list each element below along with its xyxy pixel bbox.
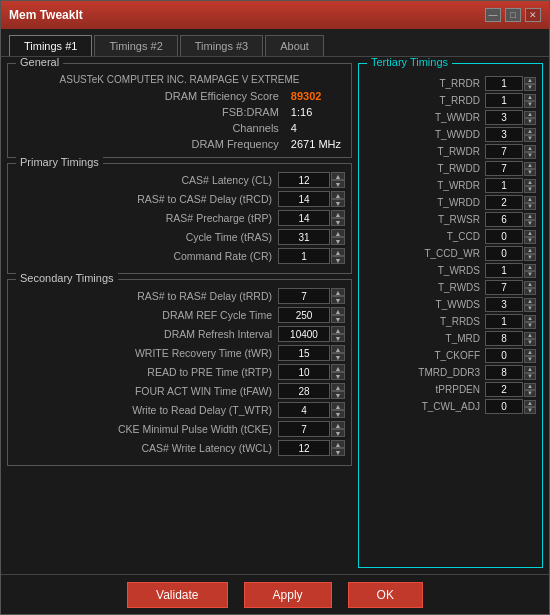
ckoff-input[interactable]: [485, 348, 523, 363]
tmrd-down[interactable]: ▼: [524, 373, 536, 380]
wwdd-down[interactable]: ▼: [524, 135, 536, 142]
tcke-up[interactable]: ▲: [331, 421, 345, 429]
wrdd-input[interactable]: [485, 195, 523, 210]
rrds-up[interactable]: ▲: [524, 315, 536, 322]
rrdd-down[interactable]: ▼: [524, 101, 536, 108]
rrdd-up[interactable]: ▲: [524, 94, 536, 101]
tmrd-up[interactable]: ▲: [524, 366, 536, 373]
rrdr-down[interactable]: ▼: [524, 84, 536, 91]
tfaw-down[interactable]: ▼: [331, 391, 345, 399]
wwds-input[interactable]: [485, 297, 523, 312]
rwds-down[interactable]: ▼: [524, 288, 536, 295]
tras-down[interactable]: ▼: [331, 237, 345, 245]
rrdd-input[interactable]: [485, 93, 523, 108]
ckoff-down[interactable]: ▼: [524, 356, 536, 363]
wrds-input[interactable]: [485, 263, 523, 278]
wrdd-down[interactable]: ▼: [524, 203, 536, 210]
rwsr-up[interactable]: ▲: [524, 213, 536, 220]
apply-button[interactable]: Apply: [244, 582, 332, 608]
rwdr-down[interactable]: ▼: [524, 152, 536, 159]
rrds-down[interactable]: ▼: [524, 322, 536, 329]
wwdr-up[interactable]: ▲: [524, 111, 536, 118]
rwds-input[interactable]: [485, 280, 523, 295]
wwdr-down[interactable]: ▼: [524, 118, 536, 125]
cl-down[interactable]: ▼: [331, 180, 345, 188]
ckoff-up[interactable]: ▲: [524, 349, 536, 356]
twtr-input[interactable]: [278, 402, 330, 418]
ref-input[interactable]: [278, 307, 330, 323]
rrds-input[interactable]: [485, 314, 523, 329]
refint-input[interactable]: [278, 326, 330, 342]
tcke-input[interactable]: [278, 421, 330, 437]
ccdwr-input[interactable]: [485, 246, 523, 261]
tab-timings3[interactable]: Timings #3: [180, 35, 263, 56]
wwdr-input[interactable]: [485, 110, 523, 125]
twcl-up[interactable]: ▲: [331, 440, 345, 448]
validate-button[interactable]: Validate: [127, 582, 227, 608]
wrds-up[interactable]: ▲: [524, 264, 536, 271]
ccd-up[interactable]: ▲: [524, 230, 536, 237]
trp-down[interactable]: ▼: [331, 218, 345, 226]
close-button[interactable]: ✕: [525, 8, 541, 22]
tras-up[interactable]: ▲: [331, 229, 345, 237]
wrdr-input[interactable]: [485, 178, 523, 193]
mrd-down[interactable]: ▼: [524, 339, 536, 346]
cl-input[interactable]: [278, 172, 330, 188]
ccdwr-down[interactable]: ▼: [524, 254, 536, 261]
wwds-down[interactable]: ▼: [524, 305, 536, 312]
rrdr-input[interactable]: [485, 76, 523, 91]
ccd-down[interactable]: ▼: [524, 237, 536, 244]
twr-up[interactable]: ▲: [331, 345, 345, 353]
twr-down[interactable]: ▼: [331, 353, 345, 361]
ref-down[interactable]: ▼: [331, 315, 345, 323]
wwdd-input[interactable]: [485, 127, 523, 142]
mrd-up[interactable]: ▲: [524, 332, 536, 339]
prpden-down[interactable]: ▼: [524, 390, 536, 397]
tfaw-input[interactable]: [278, 383, 330, 399]
wrdr-down[interactable]: ▼: [524, 186, 536, 193]
rwdd-down[interactable]: ▼: [524, 169, 536, 176]
refint-down[interactable]: ▼: [331, 334, 345, 342]
trrd-down[interactable]: ▼: [331, 296, 345, 304]
trtp-down[interactable]: ▼: [331, 372, 345, 380]
tab-timings2[interactable]: Timings #2: [94, 35, 177, 56]
trtp-up[interactable]: ▲: [331, 364, 345, 372]
rwsr-input[interactable]: [485, 212, 523, 227]
cr-input[interactable]: [278, 248, 330, 264]
tmrd-input[interactable]: [485, 365, 523, 380]
tab-about[interactable]: About: [265, 35, 324, 56]
cl-up[interactable]: ▲: [331, 172, 345, 180]
tras-input[interactable]: [278, 229, 330, 245]
twcl-input[interactable]: [278, 440, 330, 456]
rwdr-input[interactable]: [485, 144, 523, 159]
cr-down[interactable]: ▼: [331, 256, 345, 264]
rwds-up[interactable]: ▲: [524, 281, 536, 288]
trp-input[interactable]: [278, 210, 330, 226]
trcd-up[interactable]: ▲: [331, 191, 345, 199]
trcd-down[interactable]: ▼: [331, 199, 345, 207]
wrdr-up[interactable]: ▲: [524, 179, 536, 186]
twr-input[interactable]: [278, 345, 330, 361]
prpden-input[interactable]: [485, 382, 523, 397]
wwdd-up[interactable]: ▲: [524, 128, 536, 135]
tcke-down[interactable]: ▼: [331, 429, 345, 437]
cwladj-up[interactable]: ▲: [524, 400, 536, 407]
ccdwr-up[interactable]: ▲: [524, 247, 536, 254]
refint-up[interactable]: ▲: [331, 326, 345, 334]
trtp-input[interactable]: [278, 364, 330, 380]
rwsr-down[interactable]: ▼: [524, 220, 536, 227]
tfaw-up[interactable]: ▲: [331, 383, 345, 391]
trrd-input[interactable]: [278, 288, 330, 304]
ref-up[interactable]: ▲: [331, 307, 345, 315]
minimize-button[interactable]: —: [485, 8, 501, 22]
wrds-down[interactable]: ▼: [524, 271, 536, 278]
twtr-up[interactable]: ▲: [331, 402, 345, 410]
trrd-up[interactable]: ▲: [331, 288, 345, 296]
ccd-input[interactable]: [485, 229, 523, 244]
trp-up[interactable]: ▲: [331, 210, 345, 218]
rwdd-input[interactable]: [485, 161, 523, 176]
tab-timings1[interactable]: Timings #1: [9, 35, 92, 56]
rrdr-up[interactable]: ▲: [524, 77, 536, 84]
trcd-input[interactable]: [278, 191, 330, 207]
mrd-input[interactable]: [485, 331, 523, 346]
